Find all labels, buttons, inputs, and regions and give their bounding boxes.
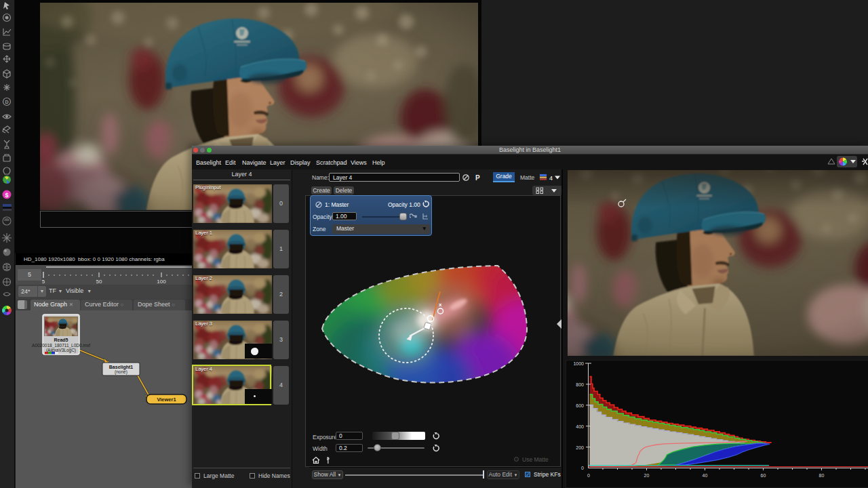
svg-text:60: 60 <box>761 473 766 478</box>
svg-text:20: 20 <box>644 473 650 478</box>
svg-text:50: 50 <box>96 279 102 285</box>
svg-text:$: $ <box>5 192 8 199</box>
svg-text:800: 800 <box>576 382 584 387</box>
svg-text:1000: 1000 <box>573 361 584 366</box>
svg-text:0: 0 <box>587 473 590 478</box>
svg-text:Read5: Read5 <box>54 338 68 342</box>
svg-text:40: 40 <box>703 473 708 478</box>
svg-text:(none): (none) <box>115 369 127 375</box>
svg-text:Viewer1: Viewer1 <box>157 396 176 403</box>
svg-text:D: D <box>5 100 8 104</box>
svg-text:200: 200 <box>576 445 584 450</box>
svg-text:100: 100 <box>157 279 166 285</box>
svg-text:600: 600 <box>576 403 584 408</box>
svg-text:4: 4 <box>549 175 553 182</box>
svg-text:x: x <box>439 302 442 308</box>
svg-text:5: 5 <box>42 279 45 285</box>
svg-text:P: P <box>475 174 480 182</box>
svg-text:400: 400 <box>576 424 584 429</box>
svg-text:0: 0 <box>581 466 584 470</box>
svg-text:80: 80 <box>819 473 825 478</box>
